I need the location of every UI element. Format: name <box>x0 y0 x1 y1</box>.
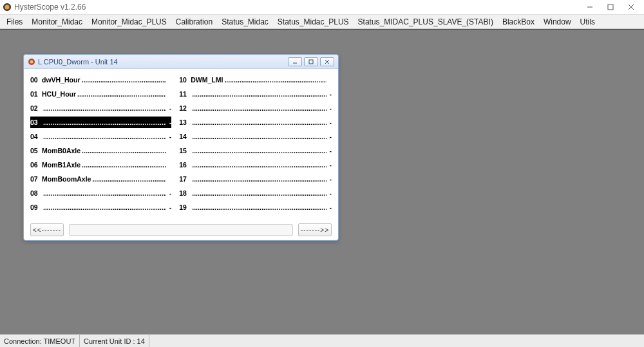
child-minimize-button[interactable] <box>288 57 302 66</box>
menu-item[interactable]: Status_Midac <box>218 16 272 28</box>
left-column: 00dwVH_Hour01HCU_Hour02-03-04-05MomB0Axl… <box>30 74 171 216</box>
row-index: 02 <box>30 102 42 114</box>
child-window-title: L CPU0_Dworm - Unit 14 <box>38 58 118 66</box>
data-row[interactable]: 04- <box>30 131 171 142</box>
row-value: - <box>327 145 332 156</box>
row-index: 05 <box>30 145 42 156</box>
nav-row: <<------- ------->> <box>30 223 332 236</box>
row-label: MomBoomAxle <box>42 173 91 185</box>
svg-rect-9 <box>309 60 313 64</box>
data-row[interactable]: 11- <box>179 88 332 100</box>
data-row[interactable]: 00dwVH_Hour <box>30 74 171 86</box>
row-index: 15 <box>179 145 191 156</box>
status-connection: Connection: TIMEOUT <box>0 335 80 347</box>
data-row[interactable]: 14- <box>179 131 332 142</box>
data-row[interactable]: 01HCU_Hour <box>30 88 171 100</box>
app-title: HysterScope v1.2.66 <box>14 3 86 12</box>
row-fill <box>42 202 166 213</box>
row-fill <box>80 159 166 171</box>
row-fill <box>80 145 166 156</box>
child-title-bar[interactable]: L CPU0_Dworm - Unit 14 <box>24 55 338 69</box>
menu-item[interactable]: Monitor_Midac_PLUS <box>88 16 171 28</box>
data-row[interactable]: 12- <box>179 102 332 114</box>
menu-item[interactable]: Calibration <box>172 16 216 28</box>
menu-item[interactable]: Utils <box>576 16 599 28</box>
data-row[interactable]: 18- <box>179 187 332 199</box>
data-row[interactable]: 10DWM_LMI <box>179 74 332 86</box>
app-icon <box>3 3 12 12</box>
minimize-button[interactable] <box>580 0 600 14</box>
row-fill <box>191 159 327 171</box>
row-value: - <box>166 187 171 199</box>
row-index: 14 <box>179 131 191 142</box>
data-row[interactable]: 03- <box>30 117 171 128</box>
row-value: - <box>327 131 332 142</box>
svg-rect-3 <box>608 5 613 10</box>
menu-item[interactable]: BlackBox <box>498 16 538 28</box>
row-index: 11 <box>179 88 191 100</box>
row-fill <box>191 131 327 142</box>
data-row[interactable]: 15- <box>179 145 332 156</box>
row-index: 18 <box>179 187 191 199</box>
row-fill <box>223 74 327 86</box>
data-row[interactable]: 19- <box>179 202 332 213</box>
row-label: HCU_Hour <box>42 88 76 100</box>
row-fill <box>42 117 166 128</box>
row-value: - <box>327 102 332 114</box>
row-fill <box>191 145 327 156</box>
data-row[interactable]: 16- <box>179 159 332 171</box>
scroll-track[interactable] <box>69 224 293 236</box>
child-close-button[interactable] <box>320 57 334 66</box>
row-index: 01 <box>30 88 42 100</box>
menu-item[interactable]: Status_Midac_PLUS <box>274 16 353 28</box>
menu-bar: Files Monitor_Midac Monitor_Midac_PLUS C… <box>0 15 644 29</box>
row-value: - <box>327 159 332 171</box>
row-index: 16 <box>179 159 191 171</box>
row-fill <box>42 187 166 199</box>
row-fill <box>191 173 327 185</box>
menu-item[interactable]: Status_MIDAC_PLUS_SLAVE_(STABI) <box>354 16 497 28</box>
window-controls <box>580 0 641 14</box>
row-fill <box>191 202 327 213</box>
row-value: - <box>166 131 171 142</box>
data-row[interactable]: 06MomB1Axle <box>30 159 171 171</box>
data-row[interactable]: 08- <box>30 187 171 199</box>
row-value: - <box>327 117 332 128</box>
maximize-button[interactable] <box>600 0 621 14</box>
row-fill <box>80 74 167 86</box>
row-index: 03 <box>30 117 42 128</box>
row-index: 19 <box>179 202 191 213</box>
data-row[interactable]: 02- <box>30 102 171 114</box>
next-page-button[interactable]: ------->> <box>298 223 332 236</box>
row-value: - <box>166 117 171 128</box>
close-button[interactable] <box>621 0 641 14</box>
row-index: 09 <box>30 202 42 213</box>
data-row[interactable]: 05MomB0Axle <box>30 145 171 156</box>
row-value: - <box>327 202 332 213</box>
row-index: 04 <box>30 131 42 142</box>
row-label: DWM_LMI <box>191 74 223 86</box>
data-row[interactable]: 09- <box>30 202 171 213</box>
menu-item[interactable]: Files <box>3 16 26 28</box>
menu-item[interactable]: Monitor_Midac <box>28 16 86 28</box>
row-fill <box>42 102 166 114</box>
row-value: - <box>327 187 332 199</box>
row-index: 12 <box>179 102 191 114</box>
child-maximize-button[interactable] <box>304 57 318 66</box>
row-value: - <box>327 88 332 100</box>
row-fill <box>76 88 166 100</box>
prev-page-button[interactable]: <<------- <box>30 223 64 236</box>
menu-item[interactable]: Window <box>540 16 575 28</box>
row-value: - <box>327 173 332 185</box>
data-row[interactable]: 13- <box>179 117 332 128</box>
row-index: 13 <box>179 117 191 128</box>
row-index: 00 <box>30 74 42 86</box>
data-row[interactable]: 07MomBoomAxle <box>30 173 171 185</box>
row-fill <box>191 187 327 199</box>
data-row[interactable]: 17- <box>179 173 332 185</box>
child-window[interactable]: L CPU0_Dworm - Unit 14 00dwVH_Hour01HCU_… <box>23 54 339 241</box>
row-index: 07 <box>30 173 42 185</box>
row-fill <box>191 117 327 128</box>
row-value: - <box>166 102 171 114</box>
row-label: MomB1Axle <box>42 159 80 171</box>
